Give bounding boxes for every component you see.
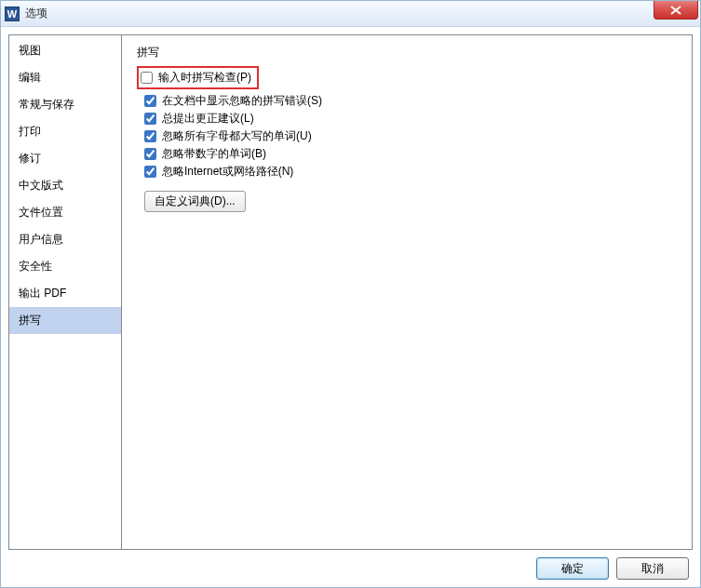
sidebar-item[interactable]: 中文版式 xyxy=(9,172,121,199)
sidebar-item[interactable]: 视图 xyxy=(9,37,121,64)
option-checkbox[interactable] xyxy=(144,148,156,160)
dialog-footer: 确定 取消 xyxy=(1,550,700,587)
content-panel: 拼写 输入时拼写检查(P)在文档中显示忽略的拼写错误(S)总提出更正建议(L)忽… xyxy=(122,34,693,550)
sidebar: 视图编辑常规与保存打印修订中文版式文件位置用户信息安全性输出 PDF拼写 xyxy=(8,34,122,550)
option-row[interactable]: 忽略Internet或网络路径(N) xyxy=(144,164,677,180)
sidebar-item[interactable]: 编辑 xyxy=(9,64,121,91)
option-row[interactable]: 输入时拼写检查(P) xyxy=(141,70,251,86)
option-label: 总提出更正建议(L) xyxy=(162,111,254,127)
dialog-body: 视图编辑常规与保存打印修订中文版式文件位置用户信息安全性输出 PDF拼写 拼写 … xyxy=(1,27,700,550)
option-label: 在文档中显示忽略的拼写错误(S) xyxy=(162,93,322,109)
sidebar-item[interactable]: 用户信息 xyxy=(9,226,121,253)
option-row[interactable]: 在文档中显示忽略的拼写错误(S) xyxy=(144,93,677,109)
custom-dictionary-button[interactable]: 自定义词典(D)... xyxy=(144,191,246,212)
option-checkbox[interactable] xyxy=(144,130,156,142)
option-label: 忽略Internet或网络路径(N) xyxy=(162,164,293,180)
ok-button[interactable]: 确定 xyxy=(536,557,609,580)
sidebar-item[interactable]: 拼写 xyxy=(9,307,121,334)
option-checkbox[interactable] xyxy=(144,95,156,107)
sidebar-item[interactable]: 常规与保存 xyxy=(9,91,121,118)
options-dialog: W 选项 视图编辑常规与保存打印修订中文版式文件位置用户信息安全性输出 PDF拼… xyxy=(0,0,701,588)
option-label: 忽略所有字母都大写的单词(U) xyxy=(162,128,312,144)
cancel-button[interactable]: 取消 xyxy=(616,557,689,580)
option-row[interactable]: 忽略带数字的单词(B) xyxy=(144,146,677,162)
option-label: 输入时拼写检查(P) xyxy=(158,70,251,86)
option-checkbox[interactable] xyxy=(141,72,153,84)
titlebar: W 选项 xyxy=(1,1,700,27)
section-title: 拼写 xyxy=(137,45,677,60)
dialog-title: 选项 xyxy=(25,6,47,21)
options-list: 输入时拼写检查(P)在文档中显示忽略的拼写错误(S)总提出更正建议(L)忽略所有… xyxy=(137,66,677,180)
highlight-box: 输入时拼写检查(P) xyxy=(137,66,259,89)
close-button[interactable] xyxy=(654,1,698,20)
sidebar-item[interactable]: 输出 PDF xyxy=(9,280,121,307)
sidebar-item[interactable]: 打印 xyxy=(9,118,121,145)
sidebar-item[interactable]: 文件位置 xyxy=(9,199,121,226)
option-checkbox[interactable] xyxy=(144,113,156,125)
option-checkbox[interactable] xyxy=(144,166,156,178)
option-label: 忽略带数字的单词(B) xyxy=(162,146,266,162)
close-icon xyxy=(670,6,681,15)
option-row[interactable]: 总提出更正建议(L) xyxy=(144,111,677,127)
option-row[interactable]: 忽略所有字母都大写的单词(U) xyxy=(144,128,677,144)
app-icon: W xyxy=(5,7,20,21)
sidebar-item[interactable]: 安全性 xyxy=(9,253,121,280)
sidebar-item[interactable]: 修订 xyxy=(9,145,121,172)
